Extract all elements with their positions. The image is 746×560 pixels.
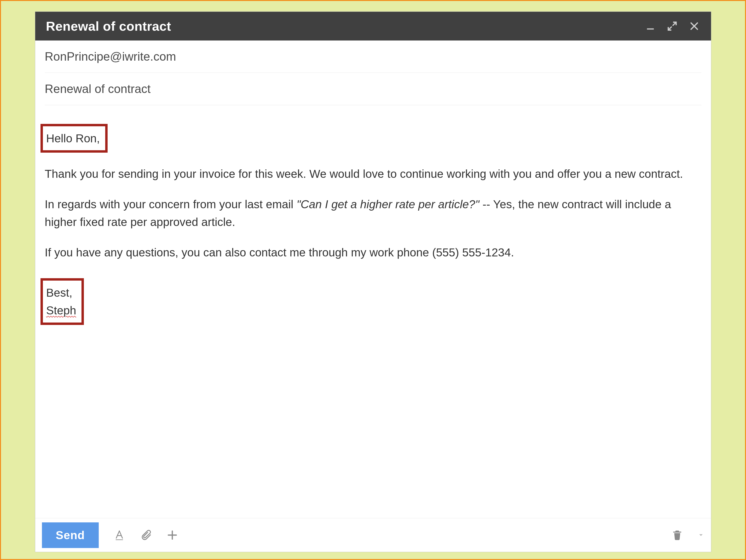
header-fields: RonPrincipe@iwrite.com Renewal of contra… [35, 40, 711, 105]
window-title: Renewal of contract [46, 19, 646, 34]
formatting-icon[interactable] [113, 529, 125, 541]
signature-highlight: Best, Steph [40, 278, 84, 325]
compose-window: Renewal of contract RonPrincipe@iwrite.c… [35, 12, 711, 552]
more-options-icon[interactable] [697, 532, 704, 538]
message-body[interactable]: Hello Ron, Thank you for sending in your… [35, 105, 711, 518]
body-paragraph-1: Thank you for sending in your invoice fo… [45, 165, 701, 183]
send-button[interactable]: Send [42, 522, 99, 548]
close-icon[interactable] [689, 21, 699, 31]
expand-icon[interactable] [667, 21, 678, 31]
title-bar: Renewal of contract [35, 12, 711, 40]
window-controls [646, 21, 704, 31]
trash-icon[interactable] [671, 529, 683, 541]
body-paragraph-3: If you have any questions, you can also … [45, 244, 701, 261]
quoted-text: "Can I get a higher rate per article?" [297, 198, 480, 211]
closing-line-1: Best, [46, 286, 73, 299]
closing-line-2: Steph [46, 304, 76, 317]
attachment-icon[interactable] [140, 529, 152, 541]
insert-icon[interactable] [166, 529, 178, 541]
minimize-icon[interactable] [646, 22, 655, 31]
svg-rect-0 [647, 29, 654, 30]
greeting-highlight: Hello Ron, [40, 124, 108, 153]
to-field[interactable]: RonPrincipe@iwrite.com [45, 40, 701, 73]
subject-field[interactable]: Renewal of contract [45, 73, 701, 105]
body-greeting: Hello Ron, [46, 132, 100, 145]
body-paragraph-2: In regards with your concern from your l… [45, 196, 701, 231]
compose-toolbar: Send [35, 518, 711, 552]
